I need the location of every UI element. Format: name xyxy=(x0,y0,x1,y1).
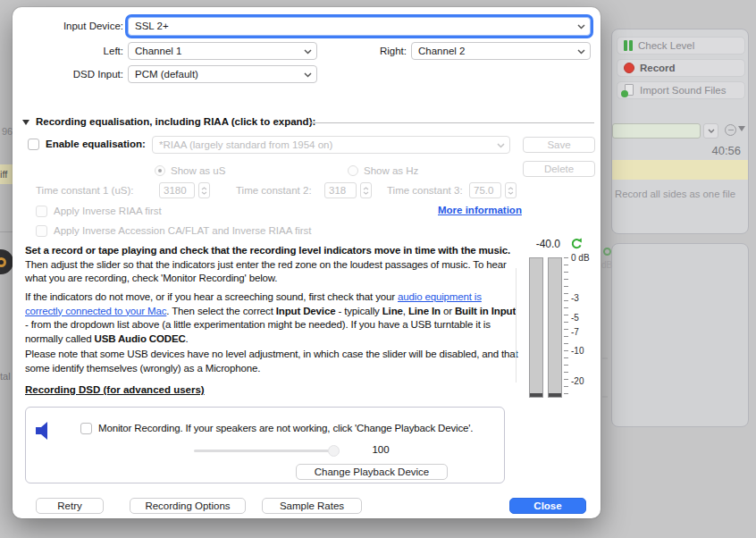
delete-button[interactable]: Delete xyxy=(523,161,595,177)
input-device-select[interactable]: SSL 2+ xyxy=(128,17,591,36)
eq-curve-select[interactable]: *RIAA (largely standard from 1954 on) xyxy=(152,136,510,154)
background-db-label: dB xyxy=(601,260,612,270)
eq-curve-value: *RIAA (largely standard from 1954 on) xyxy=(159,139,332,150)
close-label: Close xyxy=(533,500,561,511)
time-constant-3-label: Time constant 3: xyxy=(387,185,463,196)
recording-options-button[interactable]: Recording Options xyxy=(130,498,246,514)
record-button[interactable]: Record xyxy=(617,59,745,77)
more-information-link[interactable]: More information xyxy=(438,205,522,215)
meter-scale-5: -5 xyxy=(571,313,579,323)
background-album-select[interactable] xyxy=(612,123,701,139)
show-as-hz-radio[interactable] xyxy=(348,165,358,176)
time-constant-1-stepper[interactable] xyxy=(198,182,210,198)
time-constant-2-stepper[interactable] xyxy=(360,182,372,198)
monitor-recording-label: Monitor Recording. If your speakers are … xyxy=(98,423,473,433)
time-constant-1-field[interactable]: 3180 xyxy=(159,182,195,198)
volume-slider[interactable] xyxy=(194,450,333,452)
apply-inverse-riaa-checkbox[interactable] xyxy=(36,206,47,217)
help-p2-bold: Input Device xyxy=(276,306,336,316)
level-meter: -40.0 0 dB -3 -5 -7 -10 -20 xyxy=(517,237,601,411)
help-p1-rest: Then adjust the slider so that the indic… xyxy=(25,259,507,284)
time-constant-3-value: 75.0 xyxy=(474,185,493,196)
close-button[interactable]: Close xyxy=(509,498,586,514)
chevron-down-icon xyxy=(577,24,585,29)
time-constant-2-label: Time constant 2: xyxy=(236,185,312,196)
time-constant-3-field[interactable]: 75.0 xyxy=(469,182,501,198)
left-channel-select[interactable]: Channel 1 xyxy=(128,42,317,60)
help-p2-bold: Line In xyxy=(408,306,441,316)
stepper-up-icon xyxy=(508,187,514,190)
record-knob-icon xyxy=(0,249,13,274)
help-p2-bold: Line xyxy=(382,306,403,316)
check-level-button[interactable]: Check Level xyxy=(617,37,745,55)
change-playback-device-label: Change Playback Device xyxy=(315,467,430,477)
time-constant-1-value: 3180 xyxy=(164,185,187,196)
show-as-us-radio[interactable] xyxy=(155,165,165,176)
record-label: Record xyxy=(640,63,676,73)
dsd-input-select[interactable]: PCM (default) xyxy=(128,65,317,83)
stepper-down-icon xyxy=(201,191,207,195)
save-label: Save xyxy=(547,139,570,150)
reset-peak-icon[interactable] xyxy=(569,237,583,250)
input-device-label: Input Device: xyxy=(13,21,123,31)
import-sound-files-label: Import Sound Files xyxy=(640,85,727,96)
retry-button[interactable]: Retry xyxy=(36,498,104,514)
meter-scale-0db: 0 dB xyxy=(571,253,590,263)
meter-scale-20: -20 xyxy=(571,376,584,386)
help-paragraph-1: Set a record or tape playing and check t… xyxy=(25,244,518,286)
screen: Check Level Record Import Sound Files 40… xyxy=(0,0,756,538)
time-constant-2-value: 318 xyxy=(329,185,346,196)
time-constant-2-field[interactable]: 318 xyxy=(324,182,357,198)
left-edge-separator xyxy=(0,231,13,232)
left-edge-number-fragment: 96 xyxy=(2,126,13,137)
apply-inverse-riaa-label: Apply Inverse RIAA first xyxy=(54,206,162,216)
apply-inverse-accession-checkbox[interactable] xyxy=(36,225,47,237)
eq-section-header[interactable]: Recording equalisation, including RIAA (… xyxy=(36,116,315,127)
highlighted-track-row[interactable] xyxy=(612,160,748,180)
time-constant-1-label: Time constant 1 (uS): xyxy=(36,185,134,196)
chevron-down-icon xyxy=(577,49,585,55)
time-constant-3-stepper[interactable] xyxy=(505,182,517,198)
import-sound-files-button[interactable]: Import Sound Files xyxy=(617,81,745,99)
dsd-input-value: PCM (default) xyxy=(135,69,198,80)
change-playback-device-button[interactable]: Change Playback Device xyxy=(296,464,448,480)
left-channel-label: Left: xyxy=(13,46,123,56)
side-duration: 40:56 xyxy=(711,144,741,157)
background-tick-fragment xyxy=(602,396,608,398)
show-as-us-label: Show as uS xyxy=(171,165,225,176)
enable-equalisation-label: Enable equalisation: xyxy=(46,139,146,149)
volume-slider-thumb[interactable] xyxy=(328,445,340,457)
record-all-sides-label: Record all sides as one file xyxy=(615,189,735,199)
right-channel-select[interactable]: Channel 2 xyxy=(411,42,591,60)
chevron-down-icon xyxy=(304,49,312,55)
dsd-input-label: DSD Input: xyxy=(13,69,123,80)
monitor-recording-checkbox[interactable] xyxy=(80,423,92,434)
show-as-hz-label: Show as Hz xyxy=(364,165,418,176)
background-transport-panel: Check Level Record Import Sound Files 40… xyxy=(611,29,749,234)
speaker-icon xyxy=(35,421,56,441)
left-edge-text-fragment: iff xyxy=(0,169,7,180)
meter-scale-3: -3 xyxy=(571,293,579,303)
apply-inverse-accession-label: Apply Inverse Accession CA/FLAT and Inve… xyxy=(54,225,311,236)
meter-bar-left xyxy=(529,257,543,398)
import-file-icon xyxy=(624,84,634,97)
help-p2-bold: Built in Input xyxy=(455,306,516,316)
sample-rates-button[interactable]: Sample Rates xyxy=(262,498,362,514)
right-channel-label: Right: xyxy=(357,46,407,56)
minus-circle-icon[interactable] xyxy=(725,124,736,136)
right-channel-value: Channel 2 xyxy=(418,46,465,56)
record-icon xyxy=(624,63,634,73)
dropdown-triangle-icon[interactable] xyxy=(738,126,745,131)
background-album-chevron-button[interactable] xyxy=(703,123,718,139)
eq-header-rule xyxy=(309,122,594,123)
help-p2-text: - typically xyxy=(335,306,382,316)
left-channel-value: Channel 1 xyxy=(135,46,181,56)
level-meter-icon xyxy=(624,40,633,51)
disclosure-triangle-icon[interactable] xyxy=(22,120,29,125)
recording-setup-dialog: Input Device: SSL 2+ Left: Channel 1 Rig… xyxy=(13,7,601,518)
enable-equalisation-checkbox[interactable] xyxy=(28,139,39,150)
background-meter-panel xyxy=(611,243,749,427)
help-p2-text: or xyxy=(441,306,455,316)
save-button[interactable]: Save xyxy=(523,137,595,153)
meter-bar-right xyxy=(548,257,562,398)
